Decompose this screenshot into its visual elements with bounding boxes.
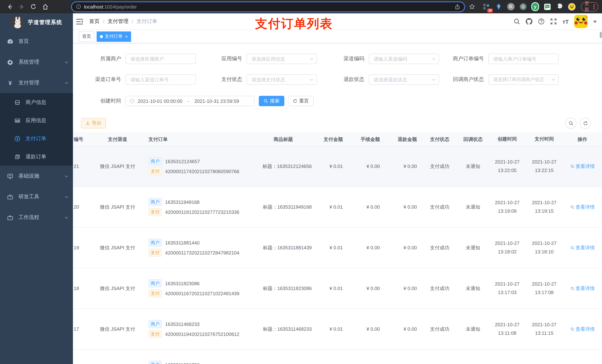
pay-transaction-no: 4200001167202110271022491439 <box>165 291 239 296</box>
sidebar-item-system[interactable]: 系统管理 <box>0 52 73 73</box>
export-button[interactable]: 导出 <box>81 118 106 128</box>
chevron-down-icon <box>64 174 68 178</box>
document-copy-icon <box>14 154 20 160</box>
sidebar-item-refund-order[interactable]: 退款订单 <box>0 148 73 166</box>
view-detail-link[interactable]: 查看详情 <box>570 326 595 332</box>
tab-pay-order[interactable]: 支付订单 × <box>97 31 131 42</box>
create-time-range-picker[interactable]: 2021-10-01 00:00:00 - 2021-10-31 23:59:5… <box>126 96 254 106</box>
action-cell: 查看详情 <box>563 146 602 187</box>
sidebar-item-merchant-info[interactable]: 商户信息 <box>0 93 73 111</box>
create-time: 2021-10-2713:19:09 <box>489 187 526 227</box>
browser-menu-icon[interactable] <box>593 4 595 9</box>
sidebar-item-pay-order[interactable]: 支付订单 <box>0 129 73 148</box>
extension-chat-icon[interactable] <box>544 3 551 10</box>
github-icon[interactable] <box>526 18 533 25</box>
fee-amount: ¥ 0.00 <box>348 268 385 309</box>
pay-transaction-no: 4200001194202110276752100612 <box>165 331 239 337</box>
reload-icon[interactable] <box>28 1 39 12</box>
order-id: 17 <box>73 309 89 349</box>
notify-status: 未通知 <box>457 146 489 187</box>
merchant-select[interactable] <box>126 54 196 64</box>
sidebar-toggle-icon[interactable] <box>73 13 86 30</box>
fee-amount <box>348 349 385 364</box>
merchant-order-no: 1635311949168 <box>165 199 200 205</box>
extensions-puzzle-icon[interactable] <box>556 3 563 10</box>
help-icon[interactable] <box>538 18 545 25</box>
action-cell: 查看详情 <box>563 187 602 227</box>
notify-status: 未通知 <box>457 268 489 309</box>
breadcrumb-home[interactable]: 首页 <box>89 18 100 25</box>
search-icon <box>264 99 268 103</box>
product-title: 标题：1635311881439 <box>252 227 315 268</box>
url-host: localhost <box>84 4 103 10</box>
tab-close-icon[interactable]: × <box>125 34 128 39</box>
pay-time <box>526 349 563 364</box>
sidebar-item-home[interactable]: 首页 <box>0 31 73 52</box>
pay-time: 2021-10-2713:18:10 <box>526 227 563 268</box>
view-detail-link[interactable]: 查看详情 <box>570 244 595 251</box>
pay-channel: 微信 JSAPI 支付 <box>89 309 146 349</box>
sidebar-item-workflow[interactable]: 工作流程 <box>0 207 73 228</box>
font-size-icon[interactable]: тT <box>563 18 569 25</box>
bookmark-star-icon[interactable] <box>469 4 475 10</box>
scrollbar-thumb[interactable] <box>600 32 602 38</box>
chevron-down-icon <box>310 77 314 82</box>
merchant-order-no: 1635311881440 <box>165 240 200 245</box>
filter-label: 创建时间 <box>77 98 126 104</box>
home-icon[interactable] <box>40 1 50 12</box>
pay-status-select[interactable] <box>247 74 317 85</box>
table-row: 21 微信 JSAPI 支付 商户1635312124657 支付4200001… <box>73 146 602 187</box>
product-title: 标题：1635312124656 <box>252 146 315 187</box>
browser-toolbar: localhost:1024/pay/order 10 ⌘ y 更新 <box>0 0 602 13</box>
share-icon[interactable] <box>455 4 460 10</box>
pay-status: 支付成功 <box>422 268 457 309</box>
sidebar-logo[interactable]: 芋道管理系统 <box>0 13 73 31</box>
breadcrumb-pay[interactable]: 支付管理 <box>108 18 129 25</box>
clock-icon <box>129 98 135 104</box>
extensions-row: 10 ⌘ y <box>480 3 578 10</box>
callback-status-select[interactable] <box>488 74 559 85</box>
table-row: 17 微信 JSAPI 支付 商户1635311468233 支付4200001… <box>73 309 602 349</box>
channel-code-select[interactable] <box>369 54 439 64</box>
extension-command-icon[interactable]: ⌘ <box>507 3 515 10</box>
extension-y-icon[interactable]: y <box>531 3 539 10</box>
refund-status-select[interactable] <box>369 74 439 85</box>
sidebar-item-pay[interactable]: ¥ 支付管理 <box>0 73 73 93</box>
extension-gem-icon[interactable] <box>495 3 502 10</box>
sidebar-item-app-info[interactable]: 应用信息 <box>0 111 73 129</box>
url-bar[interactable]: localhost:1024/pay/order <box>71 1 465 12</box>
refund-amount: ¥ 0.00 <box>385 268 422 309</box>
pay-channel: 微信 JSAPI 支付 <box>89 146 146 187</box>
search-button[interactable]: 搜索 <box>259 96 284 106</box>
merchant-order-no: 1635311823086 <box>165 281 200 286</box>
extension-vue-icon[interactable]: 10 <box>483 3 490 10</box>
back-icon[interactable] <box>4 1 15 12</box>
tab-home[interactable]: 首页 <box>79 31 94 42</box>
fullscreen-icon[interactable] <box>550 18 557 25</box>
product-title: 标题：1635311468233 <box>252 309 315 349</box>
refresh-table-button[interactable] <box>580 118 591 129</box>
view-detail-link[interactable]: 查看详情 <box>570 163 595 170</box>
search-icon[interactable] <box>514 18 520 25</box>
app-select[interactable] <box>247 54 317 64</box>
profile-avatar-icon[interactable] <box>568 3 576 10</box>
refund-amount: ¥ 0.00 <box>385 227 422 268</box>
merchant-order-no-input[interactable] <box>488 54 559 64</box>
view-detail-link[interactable]: 查看详情 <box>570 285 595 292</box>
user-avatar[interactable] <box>574 15 588 28</box>
sidebar-item-infra[interactable]: 基础设施 <box>0 166 73 187</box>
toggle-search-button[interactable] <box>565 118 576 129</box>
channel-order-no-input[interactable] <box>126 74 196 85</box>
view-detail-link[interactable]: 查看详情 <box>570 204 595 210</box>
extension-dot-icon[interactable] <box>519 3 527 10</box>
browser-update-button[interactable]: 更新 <box>581 2 598 11</box>
pay-channel: 微信 JSAPI 支付 <box>89 268 146 309</box>
sidebar-item-dev-tools[interactable]: 研发工具 <box>0 187 73 207</box>
refund-amount <box>385 349 422 364</box>
create-time <box>489 349 526 364</box>
forward-icon[interactable] <box>16 1 27 12</box>
order-id: 21 <box>73 146 89 187</box>
reset-button[interactable]: 重置 <box>288 96 314 106</box>
avatar-caret-icon[interactable] <box>593 21 597 25</box>
pay-channel: 微信 JSAPI 支付 <box>89 187 146 227</box>
